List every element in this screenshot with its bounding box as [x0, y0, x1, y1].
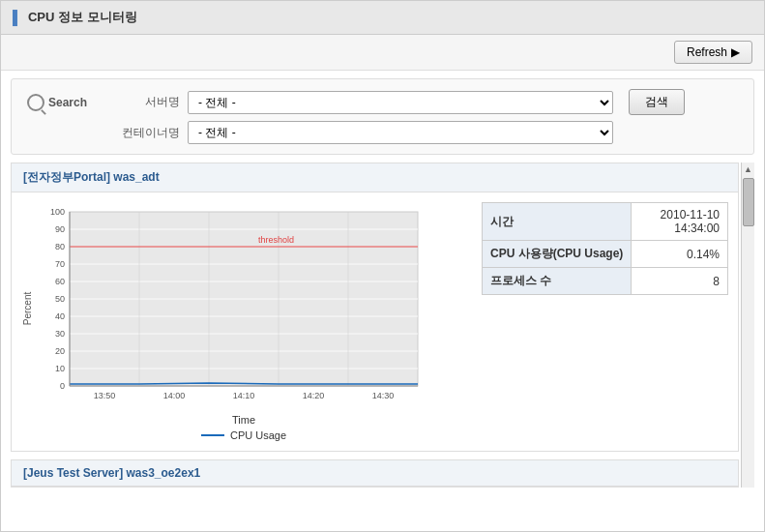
svg-text:14:00: 14:00: [163, 391, 186, 400]
server-select[interactable]: - 전체 -: [188, 91, 613, 114]
page-title: CPU 정보 모니터링: [28, 9, 137, 26]
cpu-usage-value: 0.14%: [632, 241, 728, 268]
cpu-usage-label: CPU 사용량(CPU Usage): [483, 241, 632, 268]
scroll-up-arrow[interactable]: ▲: [744, 164, 752, 174]
refresh-label: Refresh: [687, 45, 727, 59]
search-panel: Search 서버명 - 전체 - 검색 컨테이너명 - 전체 -: [11, 78, 754, 155]
container-select[interactable]: - 전체 -: [188, 121, 613, 144]
svg-text:70: 70: [55, 259, 65, 269]
svg-text:14:30: 14:30: [372, 391, 395, 400]
svg-text:20: 20: [55, 346, 65, 356]
svg-text:80: 80: [55, 242, 65, 251]
monitor-icon: ▌: [13, 10, 22, 25]
toolbar: Refresh ▶: [1, 35, 764, 71]
svg-text:40: 40: [55, 311, 65, 321]
svg-text:90: 90: [55, 224, 65, 234]
stats-table: 시간 2010-11-10 14:34:00 CPU 사용량(CPU Usage…: [482, 202, 728, 295]
scrollbar[interactable]: ▲ ▼: [741, 163, 754, 488]
svg-text:14:10: 14:10: [233, 391, 255, 400]
svg-text:100: 100: [50, 207, 65, 217]
container-label: 컨테이너명: [112, 125, 180, 141]
svg-text:60: 60: [55, 277, 65, 286]
search-icon: [27, 94, 44, 111]
search-header: Search: [27, 94, 104, 111]
panel1-header: [전자정부Portal] was_adt: [12, 163, 738, 192]
table-row: 프로세스 수 8: [483, 268, 728, 295]
table-row: CPU 사용량(CPU Usage) 0.14%: [483, 241, 728, 268]
search-row-container: 컨테이너명 - 전체 -: [27, 121, 738, 144]
refresh-icon: ▶: [731, 45, 740, 59]
process-count-value: 8: [632, 268, 728, 295]
search-label: Search: [48, 96, 87, 109]
time-label: 시간: [483, 203, 632, 241]
cpu-chart: 100 90 80 70 60 50 40 30 20 10 0 Percent: [21, 202, 437, 415]
time-value: 2010-11-10 14:34:00: [632, 203, 728, 241]
panel2-header: [Jeus Test Server] was3_oe2ex1: [12, 460, 738, 487]
svg-text:14:20: 14:20: [303, 391, 325, 400]
search-row-server: Search 서버명 - 전체 - 검색: [27, 89, 738, 115]
server-label: 서버명: [112, 94, 180, 110]
table-row: 시간 2010-11-10 14:34:00: [483, 203, 728, 241]
svg-text:Percent: Percent: [22, 292, 33, 326]
process-count-label: 프로세스 수: [483, 268, 632, 295]
svg-text:13:50: 13:50: [94, 391, 116, 400]
svg-text:10: 10: [55, 364, 65, 373]
info-table: 시간 2010-11-10 14:34:00 CPU 사용량(CPU Usage…: [482, 202, 728, 441]
svg-text:threshold: threshold: [258, 235, 294, 245]
svg-text:50: 50: [55, 294, 65, 304]
title-bar: ▌ CPU 정보 모니터링: [1, 1, 764, 35]
server-panel-2: [Jeus Test Server] was3_oe2ex1: [11, 459, 739, 488]
scrollbar-thumb[interactable]: [743, 178, 754, 226]
chart-container: 100 90 80 70 60 50 40 30 20 10 0 Percent: [21, 202, 466, 441]
svg-text:0: 0: [60, 381, 65, 391]
app-window: ▌ CPU 정보 모니터링 Refresh ▶ Search 서버명 - 전체 …: [0, 0, 765, 532]
panel1-body: 100 90 80 70 60 50 40 30 20 10 0 Percent: [12, 192, 738, 451]
legend-cpu-usage: CPU Usage: [230, 429, 286, 441]
server-panel-1: [전자정부Portal] was_adt: [11, 163, 739, 452]
legend-line-icon: [201, 434, 224, 436]
search-button[interactable]: 검색: [629, 89, 685, 115]
chart-legend: CPU Usage: [21, 429, 466, 441]
svg-text:30: 30: [55, 329, 65, 339]
refresh-button[interactable]: Refresh ▶: [674, 41, 752, 64]
x-axis-label: Time: [21, 414, 466, 426]
